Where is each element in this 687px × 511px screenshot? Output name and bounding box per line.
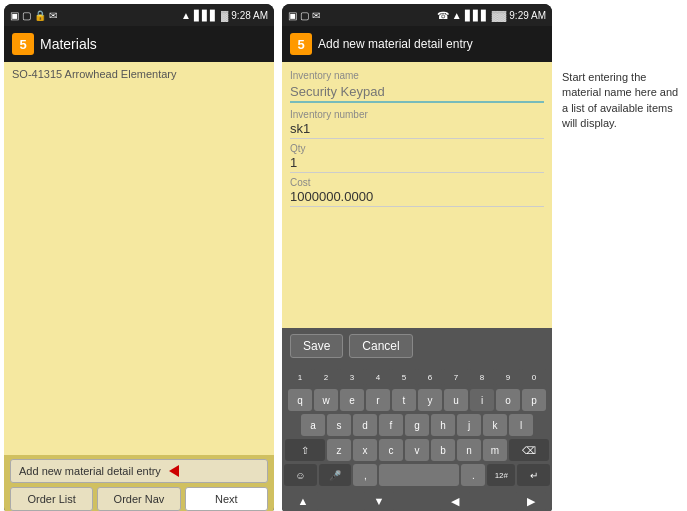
- left-bottom-bar: Add new material detail entry Order List…: [4, 455, 274, 511]
- right-image-icon: ▢: [300, 10, 309, 21]
- left-content-area: SO-41315 Arrowhead Elementary: [4, 62, 274, 455]
- left-time: 9:28 AM: [231, 10, 268, 21]
- right-top-title: Add new material detail entry: [318, 37, 473, 51]
- kb-shift[interactable]: ⇧: [285, 439, 325, 461]
- kb-c[interactable]: c: [379, 439, 403, 461]
- right-app-logo: 5: [290, 33, 312, 55]
- inventory-name-input[interactable]: [290, 82, 544, 103]
- kb-comma[interactable]: ,: [353, 464, 377, 486]
- kb-key-3[interactable]: 3: [340, 368, 364, 386]
- order-list-button[interactable]: Order List: [10, 487, 93, 511]
- kb-key-5[interactable]: 5: [392, 368, 416, 386]
- left-status-icons: ▣ ▢ 🔒 ✉: [10, 10, 57, 21]
- annotation-area: Start entering the material name here an…: [556, 0, 686, 511]
- cancel-button[interactable]: Cancel: [349, 334, 412, 358]
- kb-emoji[interactable]: ☺: [284, 464, 317, 486]
- notification-icon: ▣: [10, 10, 19, 21]
- kb-mic[interactable]: 🎤: [319, 464, 352, 486]
- kb-key-4[interactable]: 4: [366, 368, 390, 386]
- kb-enter[interactable]: ↵: [517, 464, 550, 486]
- save-cancel-row: Save Cancel: [282, 328, 552, 364]
- kb-o[interactable]: o: [496, 389, 520, 411]
- kb-nav-left[interactable]: ◀: [440, 491, 470, 511]
- kb-y[interactable]: y: [418, 389, 442, 411]
- kb-j[interactable]: j: [457, 414, 481, 436]
- order-nav-button[interactable]: Order Nav: [97, 487, 180, 511]
- kb-g[interactable]: g: [405, 414, 429, 436]
- kb-nav-up[interactable]: ▲: [288, 491, 318, 511]
- kb-key-2[interactable]: 2: [314, 368, 338, 386]
- next-button[interactable]: Next: [185, 487, 268, 511]
- kb-num-row: 1 2 3 4 5 6 7 8 9 0: [284, 368, 550, 386]
- kb-k[interactable]: k: [483, 414, 507, 436]
- kb-key-6[interactable]: 6: [418, 368, 442, 386]
- kb-e[interactable]: e: [340, 389, 364, 411]
- add-entry-label: Add new material detail entry: [19, 465, 161, 477]
- kb-p[interactable]: p: [522, 389, 546, 411]
- kb-q[interactable]: q: [288, 389, 312, 411]
- save-button[interactable]: Save: [290, 334, 343, 358]
- left-content-subtitle: SO-41315 Arrowhead Elementary: [12, 68, 266, 80]
- right-status-icons: ▣ ▢ ✉: [288, 10, 320, 21]
- kb-z[interactable]: z: [327, 439, 351, 461]
- right-wifi-icon: ▲: [452, 10, 462, 21]
- kb-backspace[interactable]: ⌫: [509, 439, 549, 461]
- kb-v[interactable]: v: [405, 439, 429, 461]
- kb-s[interactable]: s: [327, 414, 351, 436]
- kb-row3: ⇧ z x c v b n m ⌫: [284, 439, 550, 461]
- annotation-box: Start entering the material name here an…: [562, 70, 680, 132]
- kb-h[interactable]: h: [431, 414, 455, 436]
- kb-b[interactable]: b: [431, 439, 455, 461]
- kb-t[interactable]: t: [392, 389, 416, 411]
- kb-12hash[interactable]: 12#: [487, 464, 515, 486]
- kb-i[interactable]: i: [470, 389, 494, 411]
- kb-f[interactable]: f: [379, 414, 403, 436]
- kb-d[interactable]: d: [353, 414, 377, 436]
- kb-w[interactable]: w: [314, 389, 338, 411]
- right-top-bar: 5 Add new material detail entry: [282, 26, 552, 62]
- image-icon: ▢: [22, 10, 31, 21]
- qty-label: Qty: [290, 143, 544, 154]
- left-top-bar: 5 Materials: [4, 26, 274, 62]
- kb-x[interactable]: x: [353, 439, 377, 461]
- right-phone: ▣ ▢ ✉ ☎ ▲ ▋▋▋ ▓▓ 9:29 AM 5 Add new mater…: [282, 4, 552, 511]
- annotation-text: Start entering the material name here an…: [562, 71, 678, 129]
- kb-key-9[interactable]: 9: [496, 368, 520, 386]
- kb-n[interactable]: n: [457, 439, 481, 461]
- kb-nav-down[interactable]: ▼: [364, 491, 394, 511]
- keyboard: 1 2 3 4 5 6 7 8 9 0 q w e r t y u i o p …: [282, 364, 552, 511]
- kb-row1: q w e r t y u i o p: [284, 389, 550, 411]
- inventory-number-value: sk1: [290, 121, 544, 139]
- right-status-right: ☎ ▲ ▋▋▋ ▓▓ 9:29 AM: [437, 10, 546, 21]
- left-phone: ▣ ▢ 🔒 ✉ ▲ ▋▋▋ ▓ 9:28 AM 5 Materials SO-4…: [4, 4, 274, 511]
- message-icon: ✉: [49, 10, 57, 21]
- signal-icon: ▋▋▋: [194, 10, 218, 21]
- left-status-right: ▲ ▋▋▋ ▓ 9:28 AM: [181, 10, 268, 21]
- left-top-title: Materials: [40, 36, 97, 52]
- add-entry-button[interactable]: Add new material detail entry: [10, 459, 268, 483]
- cost-value: 1000000.0000: [290, 189, 544, 207]
- kb-space[interactable]: [379, 464, 459, 486]
- kb-a[interactable]: a: [301, 414, 325, 436]
- form-area: Inventory name Inventory number sk1 Qty …: [282, 62, 552, 328]
- right-notification-icon: ▣: [288, 10, 297, 21]
- kb-key-0[interactable]: 0: [522, 368, 546, 386]
- battery-icon: ▓: [221, 10, 228, 21]
- kb-nav-right[interactable]: ▶: [516, 491, 546, 511]
- kb-r[interactable]: r: [366, 389, 390, 411]
- qty-value: 1: [290, 155, 544, 173]
- kb-u[interactable]: u: [444, 389, 468, 411]
- kb-key-8[interactable]: 8: [470, 368, 494, 386]
- add-entry-arrow: [169, 465, 179, 477]
- cost-label: Cost: [290, 177, 544, 188]
- kb-row4: ☺ 🎤 , . 12# ↵: [284, 464, 550, 486]
- right-signal-icon: ▋▋▋: [465, 10, 489, 21]
- kb-l[interactable]: l: [509, 414, 533, 436]
- left-status-bar: ▣ ▢ 🔒 ✉ ▲ ▋▋▋ ▓ 9:28 AM: [4, 4, 274, 26]
- inventory-number-label: Inventory number: [290, 109, 544, 120]
- kb-key-7[interactable]: 7: [444, 368, 468, 386]
- kb-key-1[interactable]: 1: [288, 368, 312, 386]
- kb-period[interactable]: .: [461, 464, 485, 486]
- kb-m[interactable]: m: [483, 439, 507, 461]
- right-time: 9:29 AM: [509, 10, 546, 21]
